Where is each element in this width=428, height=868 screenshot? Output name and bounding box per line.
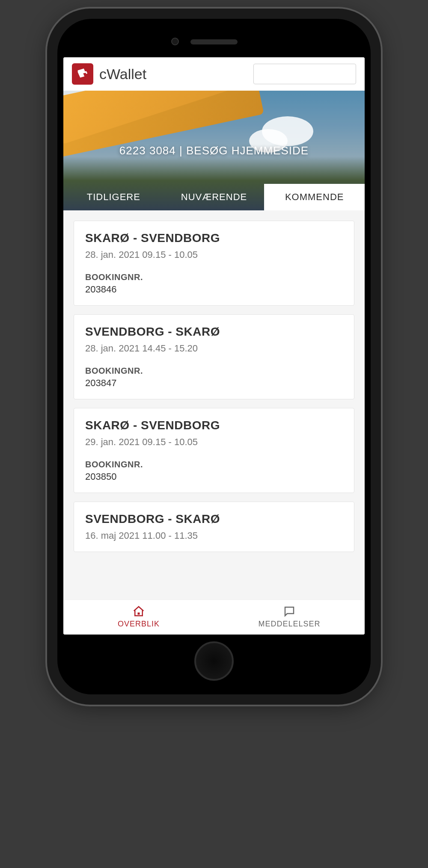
svg-rect-0	[138, 613, 140, 615]
date-range: 16. maj 2021 11.00 - 11.35	[85, 530, 343, 541]
phone-body: cWallet 6223 3084 | BESØG HJEMMESIDE TID…	[57, 19, 371, 694]
tab-previous[interactable]: TIDLIGERE	[63, 184, 164, 210]
route: SKARØ - SVENDBORG	[85, 231, 343, 245]
booking-card[interactable]: SKARØ - SVENDBORG 28. jan. 2021 09.15 - …	[74, 221, 354, 306]
banner: 6223 3084 | BESØG HJEMMESIDE TIDLIGERE N…	[63, 91, 365, 210]
screen: cWallet 6223 3084 | BESØG HJEMMESIDE TID…	[63, 57, 365, 635]
booking-number: 203846	[85, 284, 343, 295]
booking-label: BOOKINGNR.	[85, 272, 343, 282]
app-title: cWallet	[99, 66, 247, 83]
nav-overview[interactable]: OVERBLIK	[63, 600, 214, 635]
speaker-grille	[190, 39, 238, 44]
tab-upcoming[interactable]: KOMMENDE	[264, 184, 365, 210]
home-icon	[132, 605, 145, 618]
tabs: TIDLIGERE NUVÆRENDE KOMMENDE	[63, 184, 365, 210]
phone-number[interactable]: 6223 3084	[119, 144, 176, 157]
search-input[interactable]	[253, 64, 356, 84]
nav-messages[interactable]: MEDDELELSER	[214, 600, 365, 635]
ticket-icon	[75, 67, 90, 81]
chat-icon	[283, 605, 296, 618]
booking-card[interactable]: SVENDBORG - SKARØ 28. jan. 2021 14.45 - …	[74, 314, 354, 399]
banner-text[interactable]: 6223 3084 | BESØG HJEMMESIDE	[119, 144, 309, 157]
booking-number: 203850	[85, 471, 343, 482]
bottom-nav: OVERBLIK MEDDELELSER	[63, 599, 365, 635]
date-range: 29. jan. 2021 09.15 - 10.05	[85, 437, 343, 448]
date-range: 28. jan. 2021 09.15 - 10.05	[85, 249, 343, 260]
camera-dot	[171, 38, 179, 45]
home-button[interactable]	[194, 641, 234, 681]
visit-website-link[interactable]: BESØG HJEMMESIDE	[186, 144, 309, 157]
nav-label: OVERBLIK	[118, 620, 160, 629]
booking-number: 203847	[85, 378, 343, 389]
date-range: 28. jan. 2021 14.45 - 15.20	[85, 343, 343, 354]
route: SVENDBORG - SKARØ	[85, 512, 343, 526]
booking-card[interactable]: SKARØ - SVENDBORG 29. jan. 2021 09.15 - …	[74, 408, 354, 493]
booking-list: SKARØ - SVENDBORG 28. jan. 2021 09.15 - …	[63, 210, 365, 599]
route: SKARØ - SVENDBORG	[85, 419, 343, 432]
phone-frame: cWallet 6223 3084 | BESØG HJEMMESIDE TID…	[47, 9, 381, 705]
booking-card[interactable]: SVENDBORG - SKARØ 16. maj 2021 11.00 - 1…	[74, 502, 354, 552]
booking-label: BOOKINGNR.	[85, 366, 343, 376]
booking-label: BOOKINGNR.	[85, 460, 343, 469]
route: SVENDBORG - SKARØ	[85, 325, 343, 339]
app-logo[interactable]	[72, 63, 93, 85]
nav-label: MEDDELELSER	[258, 620, 320, 629]
tab-current[interactable]: NUVÆRENDE	[164, 184, 265, 210]
top-bar: cWallet	[63, 57, 365, 91]
